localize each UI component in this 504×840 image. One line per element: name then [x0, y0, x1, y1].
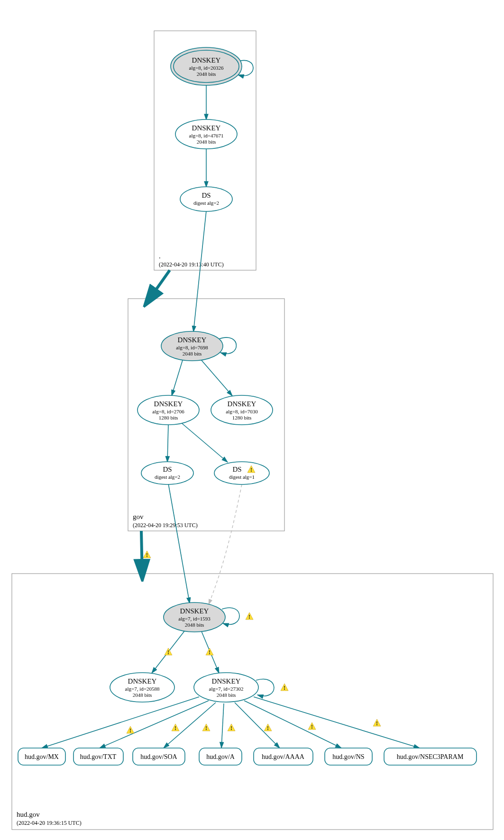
- node-title: DNSKEY: [154, 400, 183, 408]
- node-root-dnskey-zsk: DNSKEY alg=8, id=47671 2048 bits: [175, 119, 237, 149]
- warning-icon: [264, 724, 272, 731]
- warning-icon: [172, 724, 179, 731]
- warning-icon: [165, 648, 172, 656]
- node-sub: alg=7, id=27302: [209, 686, 244, 692]
- record-soa: hud.gov/SOA: [133, 748, 185, 765]
- node-gov-ds2: DS digest alg=2: [141, 462, 193, 484]
- node-sub: 1280 bits: [159, 415, 178, 420]
- node-sub: alg=7, id=1593: [178, 616, 211, 621]
- record-mx: hud.gov/MX: [18, 748, 65, 765]
- edge-27302-to-nsec: [254, 697, 420, 748]
- zone-timestamp-gov: (2022-04-20 19:29:53 UTC): [133, 522, 198, 529]
- node-root-ds: DS digest alg=2: [180, 187, 232, 211]
- node-gov-dnskey-2706: DNSKEY alg=8, id=2706 1280 bits: [137, 395, 199, 425]
- zone-timestamp-hud: (2022-04-20 19:36:15 UTC): [17, 820, 82, 826]
- record-text: hud.gov/A: [206, 753, 235, 760]
- record-text: hud.gov/MX: [25, 753, 59, 760]
- node-sub: alg=8, id=2706: [152, 409, 184, 414]
- node-sub: 2048 bits: [197, 139, 216, 145]
- node-sub: 2048 bits: [185, 622, 204, 628]
- edge-27302-to-a: [221, 703, 224, 748]
- node-title: DNSKEY: [180, 607, 209, 615]
- record-text: hud.gov/SOA: [140, 753, 177, 760]
- node-sub: 2048 bits: [133, 692, 152, 698]
- edge-gov-2706-to-ds1: [180, 422, 228, 462]
- node-title: DS: [202, 192, 211, 199]
- record-text: hud.gov/NS: [332, 753, 364, 760]
- node-sub: alg=7, id=20588: [125, 686, 160, 692]
- node-title: DNSKEY: [212, 677, 241, 685]
- node-sub: alg=8, id=7698: [176, 345, 208, 350]
- edge-gov-2706-to-ds2: [167, 424, 168, 462]
- node-title: DS: [163, 466, 172, 473]
- node-title: DNSKEY: [192, 124, 221, 132]
- warning-icon: [206, 648, 213, 656]
- edge-gov-to-hud-thick: [141, 531, 142, 576]
- record-aaaa: hud.gov/AAAA: [254, 748, 313, 765]
- edge-gov-ksk-to-2706: [172, 360, 183, 396]
- edge-gov-ds1-to-hud-ksk: [209, 484, 242, 604]
- edge-root-ds-to-gov-ksk: [193, 211, 206, 332]
- node-hud-dnskey-ksk: DNSKEY alg=7, id=1593 2048 bits: [164, 603, 225, 632]
- node-gov-dnskey-7030: DNSKEY alg=8, id=7030 1280 bits: [211, 395, 273, 425]
- edge-gov-ds2-to-hud-ksk: [168, 484, 190, 603]
- node-sub: 2048 bits: [197, 71, 216, 77]
- node-root-dnskey-ksk: DNSKEY alg=8, id=20326 2048 bits: [171, 47, 242, 85]
- record-a: hud.gov/A: [199, 748, 242, 765]
- warning-icon: [228, 724, 235, 731]
- record-ns: hud.gov/NS: [325, 748, 372, 765]
- node-title: DNSKEY: [178, 336, 207, 344]
- node-title: DNSKEY: [128, 677, 157, 685]
- edge-root-to-gov-thick: [147, 270, 170, 302]
- warning-icon: [127, 726, 134, 734]
- node-sub: alg=8, id=20326: [189, 65, 224, 71]
- node-title: DNSKEY: [192, 56, 221, 64]
- zone-label-root: .: [159, 252, 161, 260]
- node-gov-ds1: DS digest alg=1: [214, 462, 269, 484]
- node-sub: 1280 bits: [232, 415, 252, 420]
- edge-27302-to-mx: [42, 697, 199, 748]
- svg-point-4: [180, 187, 232, 211]
- zone-timestamp-root: (2022-04-20 19:13:40 UTC): [159, 261, 224, 268]
- zone-label-hud: hud.gov: [17, 811, 40, 818]
- warning-icon: [143, 551, 151, 558]
- node-sub: 2048 bits: [217, 692, 236, 698]
- edge-gov-ksk-to-7030: [202, 360, 232, 396]
- edge-27302-to-txt: [100, 701, 209, 748]
- zone-box-hud: [12, 574, 493, 830]
- warning-icon: [202, 724, 210, 731]
- record-txt: hud.gov/TXT: [73, 748, 123, 765]
- node-gov-dnskey-ksk: DNSKEY alg=8, id=7698 2048 bits: [161, 331, 223, 361]
- record-text: hud.gov/NSEC3PARAM: [397, 753, 464, 760]
- node-hud-dnskey-20588: DNSKEY alg=7, id=20588 2048 bits: [110, 673, 174, 702]
- warning-icon: [373, 719, 381, 727]
- record-text: hud.gov/TXT: [80, 753, 117, 760]
- node-sub: digest alg=2: [155, 474, 180, 480]
- record-nsec3param: hud.gov/NSEC3PARAM: [384, 748, 477, 765]
- warning-icon: [308, 722, 316, 730]
- warning-icon: [246, 612, 253, 620]
- node-sub: 2048 bits: [183, 351, 202, 356]
- node-hud-dnskey-27302: DNSKEY alg=7, id=27302 2048 bits: [194, 673, 258, 702]
- node-sub: digest alg=1: [229, 474, 255, 480]
- record-text: hud.gov/AAAA: [262, 753, 305, 760]
- edge-27302-to-aaaa: [235, 703, 280, 748]
- zone-label-gov: gov: [133, 513, 144, 520]
- svg-point-9: [214, 462, 269, 484]
- node-sub: digest alg=2: [193, 200, 219, 206]
- node-sub: alg=8, id=47671: [189, 133, 224, 138]
- node-title: DS: [232, 466, 241, 473]
- warning-icon: [281, 684, 288, 691]
- edge-27302-to-soa: [164, 703, 216, 748]
- node-sub: alg=8, id=7030: [226, 409, 258, 414]
- dnssec-diagram: ! . (2022-04-20 19:13:40 UTC) gov (2022-…: [0, 0, 504, 840]
- node-title: DNSKEY: [228, 400, 257, 408]
- edge-27302-to-ns: [244, 701, 341, 748]
